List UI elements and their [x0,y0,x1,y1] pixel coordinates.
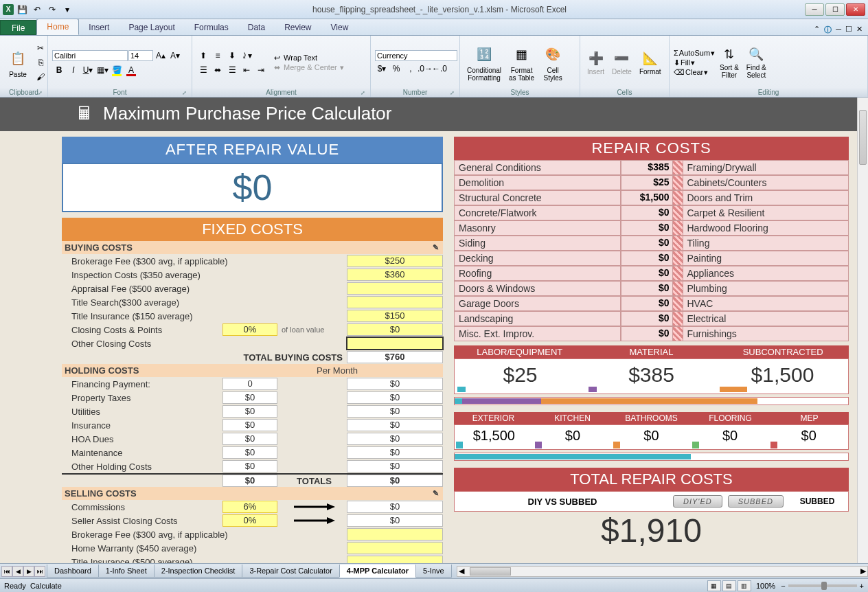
buying-row-value[interactable]: $150 [347,310,443,322]
page-layout-view-button[interactable]: ▤ [722,580,736,591]
decrease-font-button[interactable]: A▾ [168,49,182,62]
conditional-formatting-button[interactable]: 🔢 Conditional Formatting [464,42,504,83]
ribbon-tab-page-layout[interactable]: Page Layout [119,20,184,35]
zoom-in-icon[interactable]: + [860,582,864,590]
sort-filter-button[interactable]: ⇅ Sort & Filter [717,45,742,80]
repair-left-value[interactable]: $0 [621,326,673,341]
help-icon[interactable]: ⓘ [824,25,832,35]
increase-decimal-button[interactable]: .0→ [418,62,432,76]
sheet-tab[interactable]: 5-Inve [415,565,452,578]
buying-row-value[interactable]: $360 [347,269,443,281]
align-left-button[interactable]: ☰ [196,63,210,77]
edit-icon[interactable]: ✎ [433,489,439,498]
repair-left-value[interactable]: $0 [621,296,673,311]
selling-row-mid[interactable]: 0% [222,514,277,527]
number-format-select[interactable] [375,50,457,61]
repair-left-value[interactable]: $385 [621,160,673,175]
repair-left-value[interactable]: $0 [621,205,673,220]
holding-row-mid[interactable]: 0 [222,378,277,390]
holding-row-mid[interactable]: $0 [222,460,277,473]
holding-row-mid[interactable]: $0 [222,405,277,418]
alignment-launcher-icon[interactable]: ⤢ [361,90,365,96]
minimize-button[interactable]: ─ [805,3,824,16]
tab-nav-first[interactable]: ⏮ [1,566,12,577]
tab-nav-prev[interactable]: ◀ [12,566,23,577]
autosum-button[interactable]: Σ AutoSum ▾ [674,49,715,58]
repair-left-value[interactable]: $0 [621,220,673,236]
merge-center-button[interactable]: ⬌ Merge & Center ▾ [274,63,344,72]
qat-customize-icon[interactable]: ▾ [60,3,74,16]
copy-button[interactable]: ⎘ [34,56,47,69]
align-right-button[interactable]: ☰ [225,63,239,77]
paste-button[interactable]: 📋 Paste [4,46,32,80]
percent-format-button[interactable]: % [389,62,403,76]
arv-value-cell[interactable]: $0 [62,163,443,212]
format-as-table-button[interactable]: ▦ Format as Table [506,42,537,83]
selling-row-mid[interactable]: 6% [222,501,277,513]
cell-styles-button[interactable]: 🎨 Cell Styles [539,42,567,83]
increase-indent-button[interactable]: ⇥ [254,63,268,77]
repair-left-value[interactable]: $0 [621,251,673,266]
zoom-slider[interactable]: − + [781,582,864,590]
close-button[interactable]: ✕ [846,3,865,16]
clipboard-launcher-icon[interactable]: ⤢ [38,90,43,96]
ribbon-tab-home[interactable]: Home [36,19,79,35]
repair-left-value[interactable]: $0 [621,281,673,296]
orientation-button[interactable]: ⤸▾ [240,49,253,62]
ribbon-tab-review[interactable]: Review [275,20,321,35]
subbed-button[interactable]: SUBBED [728,495,784,508]
file-tab[interactable]: File [0,20,36,35]
holding-row-value[interactable]: $0 [347,433,443,445]
buying-row-value[interactable] [347,282,443,295]
holding-row-value[interactable]: $0 [347,460,443,473]
minimize-ribbon-icon[interactable]: ⌃ [814,25,820,35]
increase-font-button[interactable]: A▴ [154,49,168,62]
accounting-format-button[interactable]: $▾ [375,62,389,76]
underline-button[interactable]: U▾ [81,63,95,77]
fill-color-button[interactable]: 🪣 [110,63,124,77]
holding-row-value[interactable]: $0 [347,391,443,404]
decrease-indent-button[interactable]: ⇤ [240,63,253,77]
diyed-button[interactable]: DIY'ED [673,495,722,508]
borders-button[interactable]: ▦▾ [95,63,109,77]
sheet-tab[interactable]: 4-MPP Calculator [339,565,416,578]
font-size-input[interactable] [128,50,153,61]
holding-row-mid[interactable]: $0 [222,419,277,431]
delete-cells-button[interactable]: ➖ Delete [609,49,635,77]
font-color-button[interactable]: A [124,63,138,77]
align-bottom-button[interactable]: ⬇ [225,49,239,62]
mdi-restore-icon[interactable]: ☐ [845,25,852,35]
qat-redo-icon[interactable]: ↷ [45,3,59,16]
comma-format-button[interactable]: , [404,62,418,76]
vertical-scrollbar[interactable] [857,98,868,563]
bold-button[interactable]: B [52,63,66,77]
wrap-text-button[interactable]: ↩ Wrap Text [274,54,344,62]
holding-row-value[interactable]: $0 [347,419,443,431]
buying-row-value[interactable] [347,296,443,308]
format-cells-button[interactable]: 📐 Format [637,49,664,77]
holding-row-value[interactable]: $0 [347,378,443,390]
buying-row-value[interactable] [347,337,443,350]
repair-left-value[interactable]: $25 [621,175,673,190]
holding-row-mid[interactable]: $0 [222,433,277,445]
number-launcher-icon[interactable]: ⤢ [450,90,455,96]
fill-button[interactable]: ⬇ Fill ▾ [674,58,715,67]
find-select-button[interactable]: 🔍 Find & Select [744,45,769,80]
selling-row-value[interactable] [347,542,443,554]
ribbon-tab-data[interactable]: Data [238,20,275,35]
mdi-minimize-icon[interactable]: ─ [836,25,841,35]
holding-row-mid[interactable]: $0 [222,391,277,404]
maximize-button[interactable]: ☐ [825,3,845,16]
selling-row-value[interactable] [347,556,443,563]
mdi-close-icon[interactable]: ✕ [856,25,863,35]
ribbon-tab-insert[interactable]: Insert [79,20,119,35]
ribbon-tab-formulas[interactable]: Formulas [185,20,238,35]
format-painter-button[interactable]: 🖌 [34,70,47,84]
font-name-input[interactable] [52,50,128,61]
selling-row-value[interactable]: $0 [347,514,443,527]
selling-row-value[interactable] [347,528,443,540]
normal-view-button[interactable]: ▦ [707,580,721,591]
repair-left-value[interactable]: $0 [621,236,673,251]
italic-button[interactable]: I [67,63,80,77]
repair-left-value[interactable]: $0 [621,311,673,326]
